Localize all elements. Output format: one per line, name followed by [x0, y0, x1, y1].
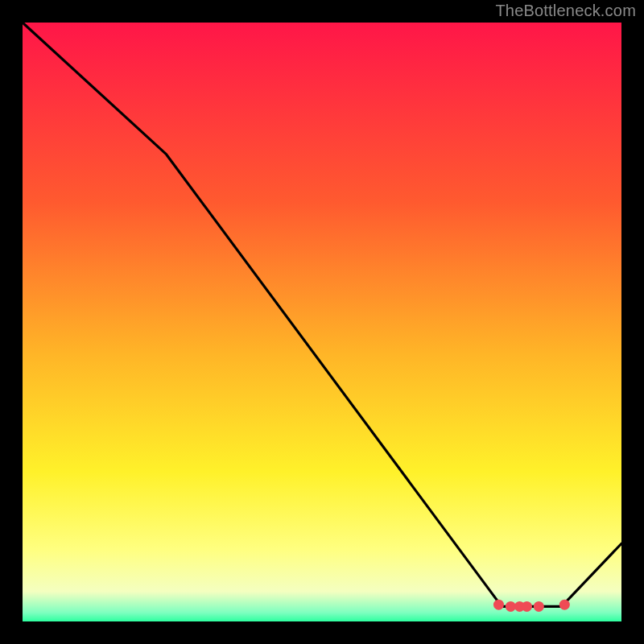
attribution-label: TheBottleneck.com — [495, 2, 636, 20]
gradient-background — [23, 23, 621, 621]
data-marker — [493, 600, 504, 610]
data-marker — [559, 600, 570, 610]
chart-svg — [23, 23, 621, 621]
data-marker — [522, 601, 532, 612]
plot-area — [23, 23, 621, 621]
chart-stage: TheBottleneck.com — [0, 0, 644, 644]
data-marker — [534, 601, 544, 612]
data-marker — [506, 601, 516, 612]
